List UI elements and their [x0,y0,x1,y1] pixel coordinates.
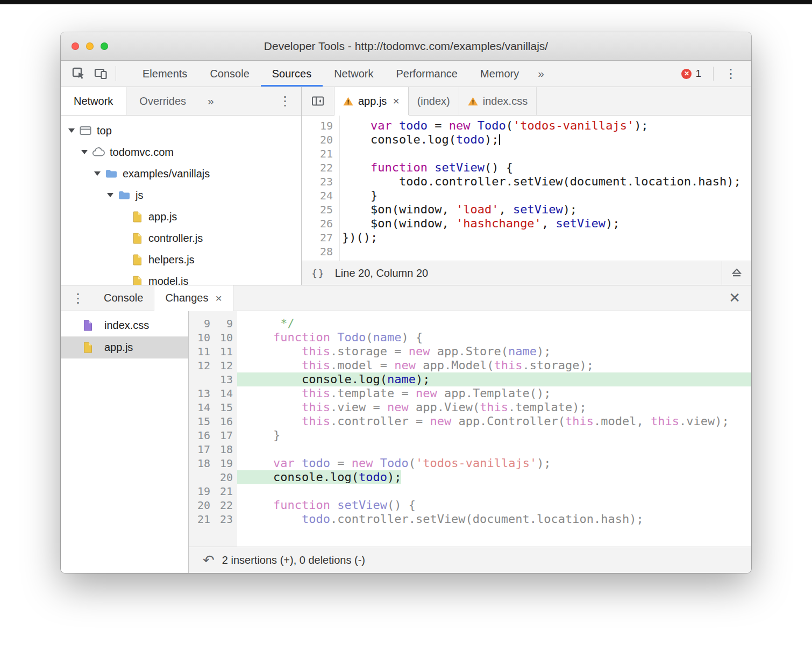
diff-row: 1617 } [189,428,751,442]
warning-icon [343,97,353,106]
tree-item-model-js[interactable]: model.js [61,270,301,285]
disclosure-triangle-icon[interactable] [94,171,101,176]
drawer-tab-changes[interactable]: Changes× [154,285,233,311]
editor-tab-app-js[interactable]: app.js× [334,87,409,115]
toolbar-tab-memory[interactable]: Memory [469,61,530,87]
diff-summary: 2 insertions (+), 0 deletions (-) [222,554,365,566]
changes-footer: ↶ 2 insertions (+), 0 deletions (-) [189,547,751,573]
tree-item-examples-vanillajs[interactable]: examples/vanillajs [61,163,301,184]
old-line-number: 19 [189,484,212,498]
js-icon [131,232,144,244]
editor-tab-label: index.css [483,95,528,107]
kebab-menu-icon[interactable]: ⋮ [719,67,743,80]
tree-item-helpers-js[interactable]: helpers.js [61,249,301,270]
toolbar-more-tabs-icon[interactable]: » [530,61,552,87]
eject-icon[interactable] [722,261,751,285]
line-number[interactable]: 28 [302,245,339,259]
css-file-icon [81,320,94,332]
close-window-button[interactable] [72,42,79,50]
line-number[interactable]: 25 [302,203,339,217]
editor-tab-label: (index) [417,95,450,107]
tree-item-label: helpers.js [148,254,195,266]
hide-navigator-icon[interactable] [302,87,334,115]
tree-item-app-js[interactable]: app.js [61,206,301,227]
new-line-number: 20 [212,470,237,484]
toolbar-tab-sources[interactable]: Sources [261,61,323,87]
code-text[interactable]: console.log(todo); [339,133,500,147]
tree-item-top[interactable]: top [61,120,301,141]
new-line-number: 9 [212,317,237,331]
diff-row: 1415 this.view = new app.View(this.templ… [189,400,751,414]
code-text[interactable]: })(); [339,231,377,245]
line-number[interactable]: 24 [302,189,339,203]
device-toolbar-icon[interactable] [90,61,112,87]
disclosure-triangle-icon[interactable] [81,150,88,154]
drawer-tab-console[interactable]: Console [93,285,154,311]
close-drawer-icon[interactable]: ✕ [718,285,751,311]
toolbar-tab-console[interactable]: Console [198,61,260,87]
tree-item-controller-js[interactable]: controller.js [61,227,301,249]
new-line-number: 14 [212,386,237,400]
navigator-kebab-icon[interactable]: ⋮ [269,87,301,115]
line-number[interactable]: 21 [302,147,339,161]
diff-row: 1314 this.template = new app.Template(); [189,386,751,400]
tree-item-label: model.js [148,275,188,285]
zoom-window-button[interactable] [101,42,108,50]
file-label: app.js [104,341,133,354]
diff-row: 1010 function Todo(name) { [189,331,751,345]
line-number[interactable]: 23 [302,175,339,189]
diff-row: 1212 this.model = new app.Model(this.sto… [189,358,751,372]
disclosure-triangle-icon[interactable] [68,128,75,133]
error-badge-icon[interactable]: ✕ [681,69,692,79]
tree-item-js[interactable]: js [61,184,301,206]
inspect-icon[interactable] [67,61,90,87]
code-text[interactable]: todo.controller.setView(document.locatio… [339,175,741,189]
toolbar-tab-network[interactable]: Network [323,61,384,87]
line-number[interactable]: 19 [302,119,339,133]
line-number[interactable]: 27 [302,231,339,245]
code-line: 21 [302,147,751,161]
tree-item-todomvc-com[interactable]: todomvc.com [61,141,301,163]
changes-file-app-js[interactable]: app.js [61,336,188,358]
editor-tab-index-css[interactable]: index.css [459,87,537,115]
folder-icon [118,189,131,201]
close-tab-icon[interactable]: × [215,292,222,305]
pretty-print-icon[interactable]: {} [311,268,325,279]
new-line-number: 16 [212,414,237,428]
code-editor[interactable]: 19 var todo = new Todo('todos-vanillajs'… [302,116,751,261]
minimize-window-button[interactable] [86,42,94,50]
toolbar-tab-elements[interactable]: Elements [131,61,198,87]
code-text[interactable]: var todo = new Todo('todos-vanillajs'); [339,119,649,133]
diff-code: } [237,428,751,442]
editor-tab-label: app.js [358,95,387,107]
revert-icon[interactable]: ↶ [203,553,215,567]
line-number[interactable]: 20 [302,133,339,147]
line-number[interactable]: 22 [302,161,339,175]
old-line-number: 10 [189,331,212,345]
code-line: 23 todo.controller.setView(document.loca… [302,175,751,189]
titlebar[interactable]: Developer Tools - http://todomvc.com/exa… [61,32,751,61]
old-line-number [189,470,212,484]
old-line-number [189,372,212,386]
cursor-position: Line 20, Column 20 [335,267,428,279]
close-tab-icon[interactable]: × [393,95,399,107]
code-text[interactable]: $on(window, 'hashchange', setView); [339,217,620,231]
devtools-window: Developer Tools - http://todomvc.com/exa… [61,32,751,573]
toolbar-tab-performance[interactable]: Performance [385,61,469,87]
sidebar-tab-overrides[interactable]: Overrides [126,87,199,115]
disclosure-triangle-icon[interactable] [107,193,113,197]
changes-file-index-css[interactable]: index.css [61,314,188,336]
sidebar-tab-network[interactable]: Network [61,87,126,115]
drawer-kebab-icon[interactable]: ⋮ [61,285,93,311]
diff-code: */ [237,317,751,331]
inserted-text: console.log(todo); [237,470,401,484]
editor-tab-index[interactable]: (index) [409,87,459,115]
code-text[interactable]: $on(window, 'load', setView); [339,203,577,217]
drawer-tab-label: Changes [165,292,208,304]
code-text[interactable]: function setView() { [339,161,513,175]
line-number[interactable]: 26 [302,217,339,231]
sidebar-more-tabs-icon[interactable]: » [199,87,223,115]
code-text[interactable]: } [339,189,377,203]
diff-row: 1111 this.storage = new app.Store(name); [189,345,751,358]
new-line-number: 17 [212,428,237,442]
